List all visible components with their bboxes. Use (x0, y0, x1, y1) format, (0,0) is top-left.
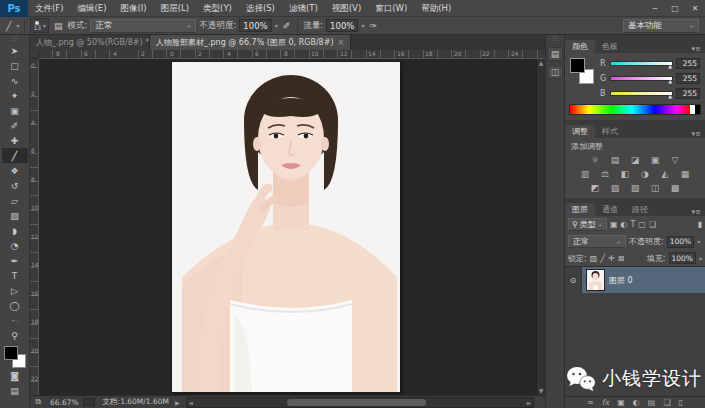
minimize-button[interactable]: ─ (645, 0, 665, 17)
brightness-contrast-icon[interactable]: ☼ (589, 155, 602, 165)
filter-type-icon[interactable]: T (630, 220, 635, 229)
tool-move[interactable]: ➤ (2, 43, 28, 58)
workspace-switcher[interactable]: 基本功能 ÷ (623, 19, 699, 33)
menu-window[interactable]: 窗口(W) (368, 0, 414, 17)
tab-close-icon[interactable]: × (338, 38, 345, 47)
blue-slider[interactable]: ▲ (610, 91, 673, 96)
tab-color[interactable]: 颜色 (565, 40, 595, 53)
invert-icon[interactable]: ◩ (589, 183, 602, 193)
threshold-icon[interactable]: ▧ (629, 183, 642, 193)
filter-adjustment-icon[interactable]: ◐ (620, 220, 627, 229)
tool-spot-healing[interactable]: ✚ (2, 133, 28, 148)
document-tab-2[interactable]: 人物脸部素材_.png @ 66.7% (图层 0, RGB/8#) × (150, 35, 351, 50)
color-spectrum-ramp[interactable] (569, 104, 701, 115)
brush-tool-icon[interactable]: ╱ (4, 21, 13, 31)
levels-icon[interactable]: ▤ (609, 155, 622, 165)
new-layer-icon[interactable]: ❏ (663, 398, 670, 407)
properties-panel-icon[interactable]: ◫ (547, 65, 563, 79)
tool-type[interactable]: T (2, 268, 28, 283)
red-slider[interactable]: ▲ (610, 61, 673, 66)
screen-mode-icon[interactable]: ▤ (2, 383, 28, 398)
black-white-icon[interactable]: ◧ (619, 169, 632, 179)
scroll-down-icon[interactable]: ▼ (539, 387, 544, 395)
tool-blur[interactable]: ◗ (2, 223, 28, 238)
tool-gradient[interactable]: ▨ (2, 208, 28, 223)
blend-mode-select[interactable]: 正常 ÷ (90, 19, 196, 33)
lock-transparent-icon[interactable]: ▨ (590, 254, 598, 263)
scroll-track[interactable] (195, 398, 525, 407)
new-group-icon[interactable]: ▤ (648, 398, 656, 407)
scroll-left-icon[interactable]: ◄ (187, 399, 195, 406)
lock-position-icon[interactable]: ✛ (608, 254, 615, 263)
layer-thumbnail[interactable] (586, 269, 605, 291)
menu-filter[interactable]: 滤镜(T) (282, 0, 325, 17)
toggle-brush-panel-icon[interactable]: ▤ (52, 21, 65, 31)
history-panel-icon[interactable]: ▤ (547, 47, 563, 61)
menu-view[interactable]: 视图(V) (325, 0, 368, 17)
exposure-icon[interactable]: ▣ (649, 155, 662, 165)
hue-saturation-icon[interactable]: ▥ (579, 169, 592, 179)
fill-field[interactable]: 100% (669, 252, 696, 264)
panel-menu-icon[interactable]: ▾≡ (688, 45, 705, 53)
tool-dodge[interactable]: ◔ (2, 238, 28, 253)
status-menu-arrow-icon[interactable]: ▶ (169, 399, 186, 406)
menu-image[interactable]: 图像(I) (114, 0, 154, 17)
horizontal-scrollbar[interactable]: ◄ ► (186, 397, 534, 408)
tool-brush[interactable]: ╱ (2, 148, 28, 163)
delete-layer-icon[interactable]: ▯ (679, 398, 683, 407)
layer-blend-mode-select[interactable]: 正常 ÷ (568, 235, 626, 248)
tool-history-brush[interactable]: ↺ (2, 178, 28, 193)
green-value-field[interactable]: 255 (676, 73, 700, 84)
color-balance-icon[interactable]: ⚖ (599, 169, 612, 179)
foreground-color-swatch[interactable] (570, 58, 585, 73)
channel-mixer-icon[interactable]: ◭ (659, 169, 672, 179)
lock-all-icon[interactable]: ⊠ (618, 254, 625, 263)
slider-marker-icon[interactable]: ▲ (668, 63, 672, 69)
fill-caret-icon[interactable]: ▾ (699, 255, 702, 262)
add-layer-mask-icon[interactable]: ▣ (617, 398, 625, 407)
scroll-thumb[interactable] (287, 399, 426, 406)
slider-marker-icon[interactable]: ▲ (668, 78, 672, 84)
filter-toggle-icon[interactable]: ▮ (698, 220, 702, 229)
green-slider[interactable]: ▲ (610, 76, 673, 81)
scroll-right-icon[interactable]: ► (525, 399, 533, 406)
horizontal-ruler[interactable]: 8 6 4 2 0 2 4 6 8 10 12 14 16 18 20 22 2 (39, 50, 545, 59)
menu-help[interactable]: 帮助(H) (414, 0, 458, 17)
filter-pixel-icon[interactable]: ▣ (610, 220, 618, 229)
link-layers-icon[interactable]: ∞ (587, 398, 594, 407)
airbrush-icon[interactable]: ✑ (367, 21, 379, 31)
tool-preset-caret-icon[interactable]: ▾ (16, 22, 19, 29)
tool-marquee[interactable]: ▢ (2, 58, 28, 73)
document-tab-1[interactable]: 人物_.png @ 50%(RGB/8#) * × (30, 35, 150, 50)
tool-clone-stamp[interactable]: ❖ (2, 163, 28, 178)
tab-channels[interactable]: 通道 (595, 203, 625, 216)
menu-type[interactable]: 类型(Y) (196, 0, 239, 17)
panel-menu-icon[interactable]: ▾≡ (688, 208, 705, 216)
screen-mode-icon[interactable]: ⧉ (30, 397, 46, 407)
toolbar-grip[interactable]: ᎒᎒ (12, 35, 18, 43)
opacity-field[interactable]: 100% (239, 19, 271, 32)
tablet-pressure-opacity-icon[interactable]: ✐ (281, 21, 293, 31)
foreground-color-swatch[interactable] (4, 346, 18, 360)
curves-icon[interactable]: ◪ (629, 155, 642, 165)
layer-opacity-field[interactable]: 100% (667, 236, 694, 248)
lock-pixels-icon[interactable]: ╱ (600, 254, 605, 263)
canvas[interactable] (172, 62, 400, 392)
panel-menu-icon[interactable]: ▾≡ (688, 130, 705, 138)
tab-styles[interactable]: 样式 (595, 125, 625, 138)
opacity-caret-icon[interactable]: ▾ (697, 238, 700, 245)
tool-crop[interactable]: ▣ (2, 103, 28, 118)
posterize-icon[interactable]: ▨ (609, 183, 622, 193)
maximize-button[interactable]: □ (665, 0, 685, 17)
dock-grip[interactable]: ᎒᎒ (552, 35, 558, 43)
red-value-field[interactable]: 255 (676, 58, 700, 69)
close-button[interactable]: ✕ (685, 0, 705, 17)
layer-name[interactable]: 图层 0 (609, 275, 633, 286)
tool-pen[interactable]: ✒ (2, 253, 28, 268)
visibility-eye-icon[interactable]: ⊙ (565, 267, 582, 293)
tool-lasso[interactable]: ∿ (2, 73, 28, 88)
filter-smart-object-icon[interactable]: ❏ (649, 220, 656, 229)
menu-layer[interactable]: 图层(L) (154, 0, 196, 17)
filter-shape-icon[interactable]: ▢ (638, 220, 646, 229)
photo-filter-icon[interactable]: ◑ (639, 169, 652, 179)
